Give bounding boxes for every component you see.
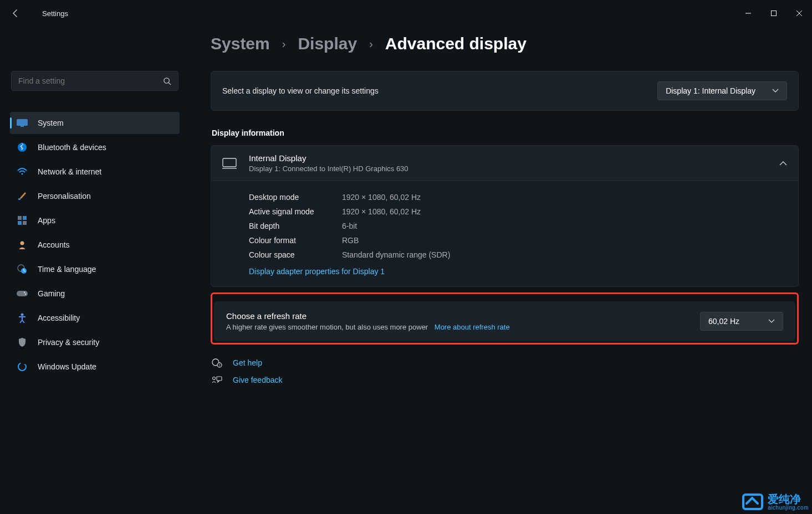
sidebar-item-network[interactable]: Network & internet (10, 161, 180, 183)
info-row-active-signal: Active signal mode1920 × 1080, 60,02 Hz (249, 204, 787, 219)
titlebar: Settings (0, 0, 812, 27)
svg-point-9 (22, 173, 23, 175)
svg-point-23 (21, 313, 24, 316)
sidebar-item-personalisation[interactable]: Personalisation (10, 185, 180, 207)
display-device-icon (222, 158, 237, 169)
watermark-text: 爱纯净 (768, 494, 809, 505)
refresh-rate-title: Choose a refresh rate (226, 311, 510, 321)
sidebar-item-label: Privacy & security (38, 338, 99, 347)
search-input[interactable] (18, 76, 163, 85)
sidebar-item-label: Personalisation (38, 192, 91, 201)
breadcrumb: System › Display › Advanced display (211, 34, 527, 53)
svg-line-5 (168, 83, 171, 85)
get-help-row[interactable]: ? Get help (211, 358, 799, 368)
sidebar-item-label: Network & internet (38, 167, 101, 176)
svg-point-4 (164, 78, 169, 83)
sidebar-item-label: Gaming (38, 289, 65, 298)
svg-rect-14 (23, 221, 27, 225)
display-selector-value: Display 1: Internal Display (666, 86, 755, 95)
minimize-icon (745, 11, 751, 16)
svg-point-30 (213, 377, 216, 380)
minimize-button[interactable] (736, 3, 761, 24)
sidebar-item-accounts[interactable]: Accounts (10, 234, 180, 256)
refresh-rate-description: A higher rate gives smoother motion, but… (226, 323, 428, 331)
watermark: 爱纯净 aichunjing.com (742, 494, 809, 511)
chevron-down-icon (772, 89, 779, 93)
info-row-desktop-mode: Desktop mode1920 × 1080, 60,02 Hz (249, 190, 787, 204)
sidebar-item-accessibility[interactable]: Accessibility (10, 307, 180, 329)
maximize-icon (771, 11, 777, 16)
refresh-rate-value: 60,02 Hz (708, 317, 739, 326)
sidebar-item-windows-update[interactable]: Windows Update (10, 356, 180, 378)
monitor-icon (17, 117, 28, 128)
svg-rect-25 (223, 158, 236, 167)
svg-rect-10 (18, 198, 21, 200)
person-icon (17, 239, 28, 250)
update-icon (17, 361, 28, 372)
paintbrush-icon (17, 191, 28, 202)
select-display-panel: Select a display to view or change its s… (211, 71, 799, 111)
page-title: Advanced display (385, 34, 527, 53)
sidebar-item-label: Accounts (38, 240, 70, 249)
give-feedback-link[interactable]: Give feedback (233, 376, 283, 384)
svg-rect-20 (17, 291, 28, 296)
svg-point-8 (18, 143, 27, 152)
search-box[interactable] (11, 71, 178, 91)
display-selector-dropdown[interactable]: Display 1: Internal Display (657, 81, 787, 100)
chevron-down-icon (768, 319, 775, 323)
breadcrumb-system[interactable]: System (211, 34, 270, 53)
chevron-right-icon: › (282, 38, 286, 50)
sidebar-item-label: System (38, 119, 64, 127)
give-feedback-row[interactable]: Give feedback (211, 376, 799, 384)
app-title: Settings (42, 9, 68, 18)
close-icon (796, 11, 802, 16)
refresh-rate-more-link[interactable]: More about refresh rate (435, 323, 510, 331)
svg-rect-7 (21, 126, 24, 127)
display-info-body: Desktop mode1920 × 1080, 60,02 Hz Active… (211, 181, 798, 286)
feedback-icon (211, 376, 223, 384)
sidebar-item-label: Accessibility (38, 313, 80, 322)
sidebar-item-label: Windows Update (38, 362, 96, 371)
maximize-button[interactable] (761, 3, 787, 24)
sidebar-item-label: Bluetooth & devices (38, 143, 106, 152)
shield-icon (17, 337, 28, 348)
sidebar-item-system[interactable]: System (10, 112, 180, 134)
wifi-icon (17, 166, 28, 177)
section-display-information: Display information (212, 128, 799, 137)
arrow-left-icon (11, 9, 20, 18)
watermark-logo-icon (742, 494, 763, 510)
svg-rect-31 (217, 377, 222, 381)
display-connection: Display 1: Connected to Intel(R) HD Grap… (249, 165, 408, 173)
display-info-header[interactable]: Internal Display Display 1: Connected to… (211, 146, 798, 181)
chevron-right-icon: › (369, 38, 373, 50)
main-content: Select a display to view or change its s… (184, 71, 812, 514)
back-button[interactable] (4, 2, 27, 24)
apps-icon (17, 215, 28, 226)
adapter-properties-link[interactable]: Display adapter properties for Display 1 (249, 267, 385, 276)
search-icon (163, 77, 171, 85)
sidebar-item-bluetooth[interactable]: Bluetooth & devices (10, 136, 180, 158)
sidebar: System Bluetooth & devices Network & int… (0, 71, 184, 514)
svg-rect-11 (18, 216, 22, 220)
bluetooth-icon (17, 142, 28, 153)
sidebar-item-time-language[interactable]: Time & language (10, 258, 180, 280)
get-help-link[interactable]: Get help (233, 358, 262, 367)
sidebar-item-gaming[interactable]: Gaming (10, 282, 180, 305)
display-info-card: Internal Display Display 1: Connected to… (211, 145, 799, 287)
svg-rect-6 (17, 119, 28, 126)
close-button[interactable] (787, 3, 812, 24)
sidebar-item-apps[interactable]: Apps (10, 209, 180, 232)
accessibility-icon (17, 312, 28, 323)
refresh-rate-dropdown[interactable]: 60,02 Hz (700, 312, 783, 331)
svg-point-21 (24, 292, 25, 294)
info-row-colour-space: Colour spaceStandard dynamic range (SDR) (249, 248, 787, 262)
sidebar-item-label: Apps (38, 216, 55, 225)
gamepad-icon (17, 288, 28, 299)
breadcrumb-display[interactable]: Display (298, 34, 357, 53)
watermark-url: aichunjing.com (768, 505, 809, 511)
svg-point-22 (25, 294, 27, 295)
window-controls (736, 3, 812, 24)
sidebar-item-privacy[interactable]: Privacy & security (10, 331, 180, 353)
svg-rect-1 (772, 11, 777, 16)
refresh-rate-card: Choose a refresh rate A higher rate give… (214, 301, 795, 341)
